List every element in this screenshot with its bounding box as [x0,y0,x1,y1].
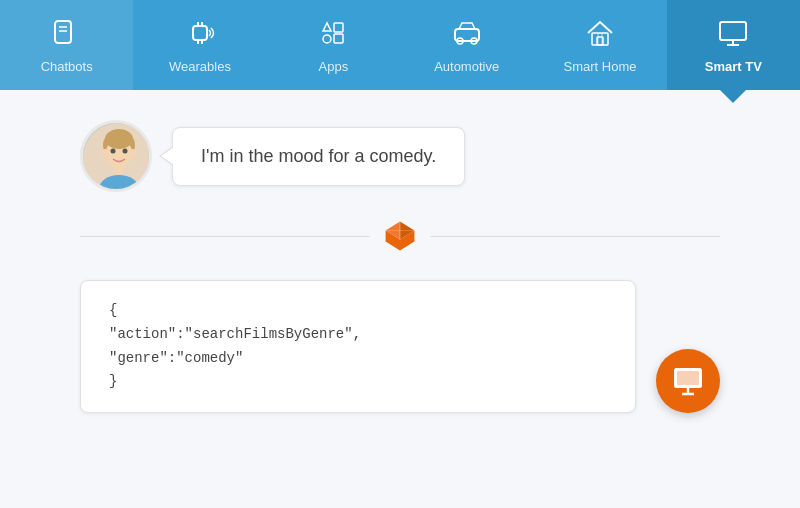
svg-rect-18 [720,22,746,40]
svg-rect-30 [114,165,124,173]
svg-rect-14 [592,33,608,45]
wearables-icon [184,17,216,53]
divider-row [80,216,720,256]
code-line1: { [109,302,117,318]
code-bubble: { "action":"searchFilmsByGenre", "genre"… [80,280,636,413]
smart-home-icon [584,17,616,53]
user-speech-bubble: I'm in the mood for a comedy. [172,127,465,186]
avatar [80,120,152,192]
automotive-icon [451,17,483,53]
code-response-row: { "action":"searchFilmsByGenre", "genre"… [80,280,720,413]
svg-point-9 [323,35,331,43]
svg-rect-3 [193,26,207,40]
nav-item-smart-home[interactable]: Smart Home [533,0,666,90]
user-message-row: I'm in the mood for a comedy. [80,120,720,192]
nav-item-apps[interactable]: Apps [267,0,400,90]
bot-icon [380,216,420,256]
smart-tv-icon [717,17,749,53]
nav-item-automotive[interactable]: Automotive [400,0,533,90]
main-content: I'm in the mood for a comedy. { [0,90,800,443]
navigation: Chatbots Wearables App [0,0,800,90]
svg-point-26 [130,149,136,157]
svg-point-25 [102,149,108,157]
nav-smart-tv-label: Smart TV [705,59,762,74]
apps-icon [317,17,349,53]
nav-chatbots-label: Chatbots [41,59,93,74]
svg-rect-39 [677,371,699,385]
svg-rect-0 [55,21,71,43]
nav-apps-label: Apps [319,59,349,74]
nav-item-smart-tv[interactable]: Smart TV [667,0,800,90]
divider-left [80,236,370,237]
code-line4: } [109,373,117,389]
divider-right [430,236,720,237]
user-message-text: I'm in the mood for a comedy. [201,146,436,166]
nav-item-chatbots[interactable]: Chatbots [0,0,133,90]
chatbots-icon [51,17,83,53]
svg-point-27 [111,149,116,154]
svg-rect-10 [334,34,343,43]
nav-wearables-label: Wearables [169,59,231,74]
nav-smart-home-label: Smart Home [563,59,636,74]
svg-point-28 [123,149,128,154]
svg-point-24 [105,129,133,149]
smart-tv-fab-button[interactable] [656,349,720,413]
nav-automotive-label: Automotive [434,59,499,74]
svg-rect-8 [334,23,343,32]
nav-item-wearables[interactable]: Wearables [133,0,266,90]
code-line2: "action":"searchFilmsByGenre", [109,326,361,342]
code-line3: "genre":"comedy" [109,350,243,366]
